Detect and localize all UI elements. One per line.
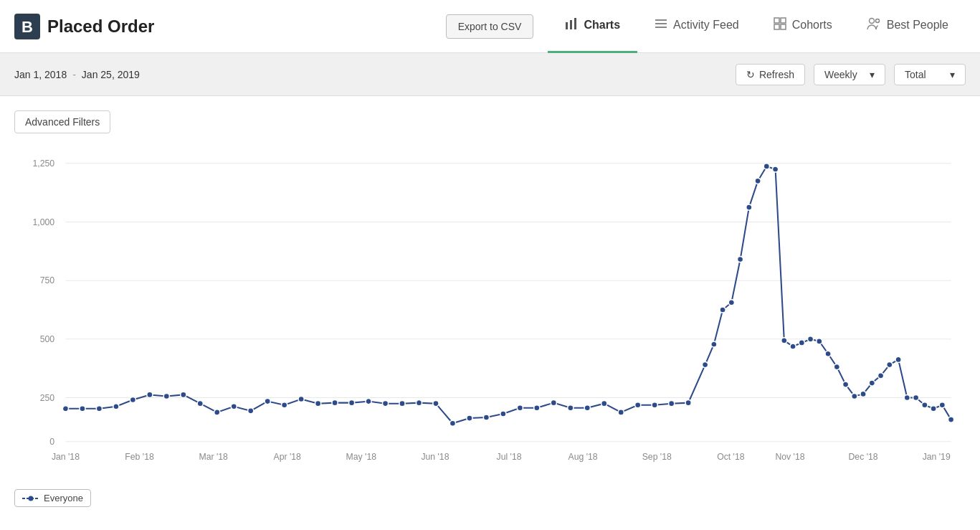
- date-start[interactable]: Jan 1, 2018: [14, 69, 67, 80]
- svg-point-48: [214, 410, 220, 415]
- svg-point-97: [878, 373, 884, 379]
- svg-point-90: [817, 339, 822, 344]
- frequency-dropdown[interactable]: Weekly ▾: [814, 64, 885, 85]
- date-separator: -: [72, 69, 76, 80]
- svg-text:B: B: [22, 18, 33, 36]
- svg-point-105: [948, 417, 954, 422]
- svg-text:Jan '18: Jan '18: [52, 452, 80, 462]
- svg-point-70: [584, 405, 590, 411]
- svg-text:Oct '18: Oct '18: [717, 452, 745, 462]
- svg-point-54: [315, 401, 321, 407]
- svg-point-84: [763, 164, 769, 169]
- svg-point-96: [869, 380, 875, 386]
- svg-point-80: [728, 300, 734, 306]
- date-end[interactable]: Jan 25, 2019: [82, 69, 140, 80]
- svg-point-40: [80, 406, 85, 412]
- metric-dropdown[interactable]: Total ▾: [894, 64, 966, 85]
- svg-point-95: [860, 391, 866, 397]
- svg-point-55: [332, 400, 338, 406]
- svg-point-92: [834, 364, 839, 370]
- svg-point-78: [711, 341, 717, 347]
- svg-text:Mar '18: Mar '18: [199, 452, 228, 462]
- legend-everyone[interactable]: Everyone: [14, 489, 91, 507]
- svg-point-87: [790, 344, 796, 349]
- app-logo-icon: B: [14, 14, 40, 39]
- svg-text:500: 500: [40, 334, 55, 344]
- bar-chart-icon: [565, 17, 578, 33]
- svg-point-53: [298, 396, 304, 402]
- svg-rect-9: [781, 18, 786, 23]
- tab-best-people-label: Best People: [887, 19, 948, 32]
- svg-point-58: [382, 401, 388, 407]
- people-icon: [867, 17, 881, 33]
- svg-text:Dec '18: Dec '18: [849, 452, 878, 462]
- svg-point-68: [551, 400, 556, 406]
- tab-charts-label: Charts: [584, 19, 620, 32]
- svg-text:Aug '18: Aug '18: [569, 452, 598, 462]
- svg-point-93: [843, 382, 849, 387]
- svg-point-88: [799, 340, 804, 346]
- legend-area: Everyone: [0, 482, 980, 514]
- tab-activity-feed[interactable]: Activity Feed: [637, 0, 756, 53]
- svg-point-73: [635, 402, 641, 408]
- tab-cohorts-label: Cohorts: [792, 19, 832, 32]
- tab-best-people[interactable]: Best People: [850, 0, 966, 53]
- grid-icon: [774, 17, 786, 33]
- header-actions: Export to CSV Charts: [446, 0, 966, 53]
- svg-point-71: [601, 401, 607, 407]
- svg-text:0: 0: [49, 437, 54, 447]
- svg-point-91: [825, 351, 831, 356]
- svg-rect-5: [655, 19, 667, 21]
- svg-point-12: [869, 19, 874, 24]
- chart-wrapper: 1,250 1,000 750 500 250 0 Jan '18 Feb '1…: [14, 145, 966, 475]
- chevron-down-icon: ▾: [950, 69, 955, 80]
- svg-point-44: [147, 392, 153, 397]
- svg-point-82: [746, 204, 752, 210]
- svg-text:Jun '18: Jun '18: [421, 452, 449, 462]
- svg-point-51: [265, 399, 270, 404]
- nav-tabs: Charts Activity Feed: [548, 0, 966, 53]
- legend-everyone-label: Everyone: [44, 493, 83, 503]
- refresh-button[interactable]: ↻ Refresh: [736, 64, 805, 85]
- svg-rect-10: [774, 24, 779, 29]
- svg-text:Sep '18: Sep '18: [642, 452, 672, 462]
- tab-activity-feed-label: Activity Feed: [673, 19, 739, 32]
- svg-point-46: [181, 392, 186, 397]
- svg-rect-2: [566, 22, 568, 29]
- svg-point-76: [685, 400, 691, 406]
- page-title: Placed Order: [47, 16, 154, 37]
- export-csv-button[interactable]: Export to CSV: [446, 14, 534, 39]
- svg-point-83: [755, 178, 761, 184]
- svg-point-60: [416, 400, 422, 406]
- chart-container: Advanced Filters 1,250 1,000 750 500 250…: [0, 96, 980, 482]
- svg-point-89: [808, 336, 814, 342]
- svg-point-47: [197, 401, 203, 407]
- svg-rect-3: [570, 20, 572, 29]
- svg-point-104: [939, 402, 945, 408]
- svg-text:250: 250: [40, 393, 55, 403]
- svg-text:Feb '18: Feb '18: [125, 452, 154, 462]
- svg-point-72: [618, 410, 624, 415]
- svg-text:750: 750: [40, 275, 55, 285]
- svg-point-86: [781, 338, 787, 344]
- svg-point-59: [399, 401, 405, 407]
- svg-point-62: [449, 420, 455, 426]
- logo-area: B Placed Order: [14, 14, 154, 39]
- svg-point-75: [669, 401, 675, 407]
- svg-point-66: [517, 405, 523, 411]
- svg-point-103: [931, 406, 936, 412]
- svg-text:May '18: May '18: [346, 452, 377, 462]
- tab-charts[interactable]: Charts: [548, 0, 637, 53]
- advanced-filters-button[interactable]: Advanced Filters: [14, 110, 110, 133]
- svg-point-65: [500, 411, 506, 417]
- svg-point-57: [366, 399, 371, 404]
- svg-point-67: [534, 405, 540, 411]
- chevron-down-icon: ▾: [870, 69, 875, 80]
- chart-svg: 1,250 1,000 750 500 250 0 Jan '18 Feb '1…: [14, 145, 966, 475]
- svg-text:Nov '18: Nov '18: [775, 452, 804, 462]
- tab-cohorts[interactable]: Cohorts: [756, 0, 850, 53]
- toolbar-right: ↻ Refresh Weekly ▾ Total ▾: [736, 64, 966, 85]
- svg-rect-4: [574, 18, 576, 29]
- svg-point-102: [922, 402, 928, 408]
- svg-point-81: [738, 256, 743, 262]
